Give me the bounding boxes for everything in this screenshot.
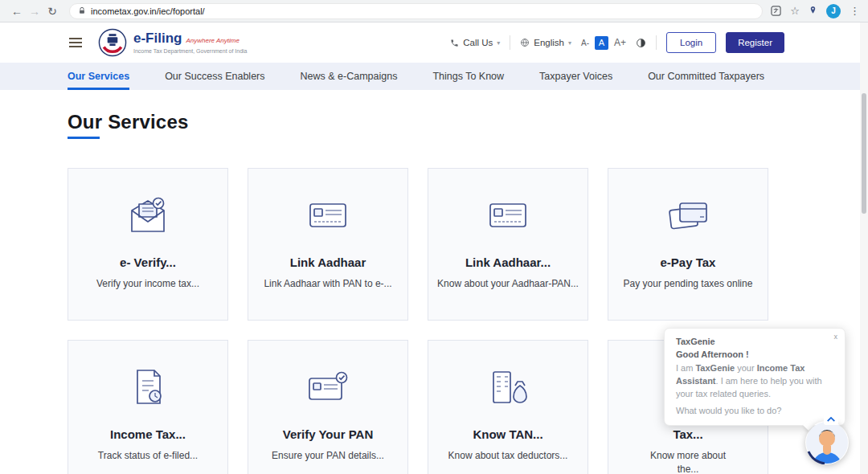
pan-card-check-icon: [248, 363, 407, 411]
service-card-verify-pan[interactable]: Verify Your PAN Ensure your PAN details.…: [248, 340, 408, 474]
card-desc: Know about tax deductors...: [428, 449, 588, 463]
chat-message: I am TaxGenie your Income Tax Assistant.…: [676, 362, 833, 401]
font-normal-button[interactable]: A: [595, 36, 608, 50]
pinned-extension-icon[interactable]: [809, 6, 817, 16]
translate-icon[interactable]: [771, 6, 781, 16]
font-decrease-button[interactable]: A-: [581, 39, 589, 47]
url-text: incometax.gov.in/iec/foportal/: [91, 6, 205, 16]
nav-things-to-know[interactable]: Things To Know: [432, 63, 504, 90]
lock-icon: [78, 6, 86, 15]
browser-forward-icon[interactable]: →: [26, 0, 43, 22]
service-card-income-tax-return-status[interactable]: Income Tax... Track status of e-filed...: [68, 340, 228, 474]
service-card-link-aadhaar[interactable]: Link Aadhaar Link Aadhaar with PAN to e-…: [248, 168, 408, 321]
bookmark-star-icon[interactable]: ☆: [790, 0, 800, 22]
font-increase-button[interactable]: A+: [614, 37, 626, 48]
scrollbar-thumb[interactable]: [862, 93, 866, 214]
card-title: Link Aadhaar...: [428, 255, 588, 269]
tan-building-icon: [428, 363, 588, 411]
service-card-link-aadhaar-status[interactable]: Link Aadhaar... Know about your Aadhaar-…: [428, 168, 588, 321]
tax-return-document-icon: [68, 363, 227, 411]
wallet-cards-icon: [608, 191, 768, 239]
hamburger-menu-icon[interactable]: [68, 35, 84, 51]
call-us-dropdown[interactable]: Call Us ▾: [450, 38, 500, 47]
taxgenie-avatar[interactable]: [805, 421, 849, 464]
chat-greeting: Good Afternoon !: [676, 349, 833, 359]
page-title: Our Services: [68, 111, 868, 133]
card-desc: Pay your pending taxes online: [608, 277, 768, 291]
envelope-check-icon: [68, 191, 227, 239]
card-title: e-Pay Tax: [608, 255, 768, 269]
browser-profile-avatar[interactable]: J: [826, 4, 841, 18]
login-button[interactable]: Login: [666, 32, 716, 53]
card-desc: Ensure your PAN details...: [248, 449, 407, 463]
chevron-down-icon: ▾: [568, 39, 571, 47]
browser-menu-icon[interactable]: ⋮: [850, 0, 860, 22]
card-title: Tax...: [608, 427, 768, 441]
card-desc: Verify your income tax...: [68, 277, 227, 291]
call-us-label: Call Us: [463, 38, 493, 47]
site-logo[interactable]: e-Filing Anywhere Anytime Income Tax Dep…: [98, 28, 248, 57]
card-title: Income Tax...: [68, 427, 227, 441]
brand-subtitle: Income Tax Department, Government of Ind…: [133, 48, 248, 55]
card-desc: Know more about the...: [641, 449, 735, 474]
language-dropdown[interactable]: English ▾: [520, 38, 571, 47]
primary-nav: Our Services Our Success Enablers News &…: [0, 63, 868, 90]
services-grid: e- Verify... Verify your income tax... L…: [68, 168, 868, 474]
language-label: English: [534, 38, 564, 47]
service-card-e-verify[interactable]: e- Verify... Verify your income tax...: [68, 168, 228, 321]
globe-icon: [520, 38, 530, 47]
site-header: e-Filing Anywhere Anytime Income Tax Dep…: [0, 22, 868, 63]
dark-mode-toggle-icon[interactable]: [636, 38, 646, 48]
browser-chrome: ← → ↻ incometax.gov.in/iec/foportal/ ☆ J…: [0, 0, 868, 22]
nav-news-e-campaigns[interactable]: News & e-Campaigns: [301, 63, 398, 90]
card-title: Link Aadhaar: [248, 255, 407, 269]
nav-taxpayer-voices[interactable]: Taxpayer Voices: [539, 63, 612, 90]
browser-refresh-icon[interactable]: ↻: [43, 0, 61, 22]
chat-collapse-chevron-icon[interactable]: [824, 414, 838, 425]
nav-our-success-enablers[interactable]: Our Success Enablers: [165, 63, 264, 90]
scrollbar[interactable]: [860, 22, 868, 474]
card-desc: Link Aadhaar with PAN to e-...: [248, 277, 407, 291]
aadhaar-card-icon: [248, 191, 407, 239]
card-title: e- Verify...: [68, 255, 227, 269]
font-size-controls: A- A A+: [581, 36, 626, 50]
browser-back-icon[interactable]: ←: [8, 0, 26, 22]
card-title: Verify Your PAN: [248, 427, 407, 441]
divider: [510, 35, 510, 50]
register-button[interactable]: Register: [726, 32, 784, 53]
chat-title: TaxGenie: [676, 337, 833, 346]
divider: [656, 35, 657, 50]
income-tax-emblem-icon: [98, 28, 127, 57]
title-underline: [68, 137, 100, 139]
phone-icon: [450, 39, 459, 47]
aadhaar-card-icon: [428, 191, 588, 239]
chat-prompt: What would you like to do?: [676, 406, 833, 415]
service-card-e-pay-tax[interactable]: e-Pay Tax Pay your pending taxes online: [608, 168, 768, 321]
service-card-know-tan[interactable]: Know TAN... Know about tax deductors...: [428, 340, 588, 474]
chevron-down-icon: ▾: [497, 39, 500, 47]
address-bar[interactable]: incometax.gov.in/iec/foportal/: [69, 3, 763, 19]
card-title: Know TAN...: [428, 427, 588, 441]
brand-tagline: Anywhere Anytime: [186, 38, 239, 45]
nav-our-committed-taxpayers[interactable]: Our Committed Taxpayers: [648, 63, 764, 90]
brand-title: e-Filing: [133, 31, 182, 47]
card-desc: Track status of e-filed...: [68, 449, 227, 463]
taxgenie-chat-popup: x TaxGenie Good Afternoon ! I am TaxGeni…: [664, 328, 845, 426]
chat-close-button[interactable]: x: [834, 333, 838, 341]
nav-our-services[interactable]: Our Services: [68, 63, 129, 90]
card-desc: Know about your Aadhaar-PAN...: [428, 277, 588, 291]
